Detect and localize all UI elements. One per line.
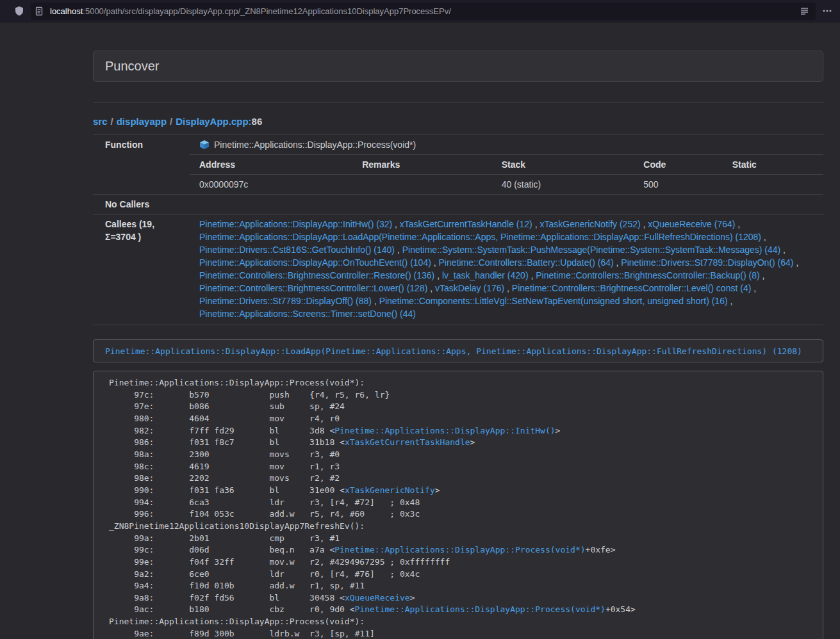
callee-link[interactable]: vTaskDelay (176) [435, 283, 504, 293]
breadcrumb-separator: / [111, 116, 113, 127]
callee-link[interactable]: xTaskGenericNotify (252) [539, 219, 640, 229]
function-table: Function Pinetime::Applications::Display… [93, 134, 823, 325]
callees-label: Callees (19, Σ=3704 ) [93, 214, 190, 325]
callee-link[interactable]: Pinetime::Controllers::BrightnessControl… [199, 283, 427, 293]
callee-link[interactable]: Pinetime::Applications::Screens::Timer::… [199, 309, 416, 319]
static-value [723, 175, 823, 195]
column-header-address: Address [190, 155, 352, 175]
breadcrumb-link-file[interactable]: DisplayApp.cpp: [176, 116, 251, 127]
code-symbol-link[interactable]: xQueueReceive [345, 593, 410, 603]
callee-link[interactable]: Pinetime::Controllers::Battery::Update()… [439, 257, 614, 268]
page-actions-menu-icon[interactable] [819, 6, 835, 16]
address-value: 0x0000097c [190, 175, 352, 195]
code-symbol-link[interactable]: xTaskGenericNotify [345, 485, 435, 495]
url-host: localhost [50, 6, 83, 16]
app-header: Puncover [93, 51, 823, 82]
selected-symbol-box: Pinetime::Applications::DisplayApp::Load… [93, 339, 823, 362]
callee-link[interactable]: Pinetime::Components::LittleVgl::SetNewT… [379, 296, 728, 306]
callee-link[interactable]: Pinetime::Controllers::BrightnessControl… [536, 270, 759, 280]
no-callers-label: No Callers [93, 195, 190, 214]
selected-symbol-link[interactable]: Pinetime::Applications::DisplayApp::Load… [105, 346, 802, 356]
symbol-line: Pinetime::Applications::DisplayApp::Proc… [190, 135, 823, 154]
callee-link[interactable]: Pinetime::System::SystemTask::PushMessag… [402, 245, 781, 255]
divider [93, 102, 823, 102]
detail-header-row: Address Remarks Stack Code Static [190, 155, 823, 175]
breadcrumb: src/displayapp/DisplayApp.cpp:86 [93, 115, 823, 128]
detail-value-row: 0x0000097c 40 (static) 500 [190, 175, 823, 195]
callee-link[interactable]: Pinetime::Applications::DisplayApp::OnTo… [199, 257, 431, 268]
callee-link[interactable]: Pinetime::Drivers::St7789::DisplayOff() … [199, 296, 372, 306]
column-header-code: Code [634, 155, 722, 175]
disassembly-code: Pinetime::Applications::DisplayApp::Proc… [93, 371, 823, 639]
callee-link[interactable]: xTaskGetCurrentTaskHandle (12) [400, 219, 532, 229]
url-text[interactable]: localhost:5000/path/src/displayapp/Displ… [50, 6, 800, 16]
code-value: 500 [634, 175, 722, 195]
callee-link[interactable]: Pinetime::Drivers::Cst816S::GetTouchInfo… [199, 245, 395, 255]
remarks-value [352, 175, 492, 195]
function-row: Function Pinetime::Applications::Display… [93, 135, 823, 195]
url-path: :5000/path/src/displayapp/DisplayApp.cpp… [83, 6, 451, 16]
breadcrumb-link-src[interactable]: src [93, 116, 108, 127]
breadcrumb-link-displayapp[interactable]: displayapp [117, 116, 167, 127]
code-symbol-link[interactable]: Pinetime::Applications::DisplayApp::Init… [334, 426, 555, 435]
code-symbol-link[interactable]: Pinetime::Applications::DisplayApp::Proc… [334, 545, 585, 554]
callee-link[interactable]: Pinetime::Drivers::St7789::DisplayOn() (… [621, 257, 793, 268]
tracking-protection-shield-icon[interactable] [14, 6, 24, 16]
function-detail-table: Address Remarks Stack Code Static 0x0000… [190, 154, 823, 194]
callee-link[interactable]: lv_task_handler (420) [442, 270, 529, 280]
no-callers-row: No Callers [93, 195, 823, 214]
code-symbol-link[interactable]: Pinetime::Applications::DisplayApp::Proc… [355, 604, 605, 614]
stack-value: 40 (static) [492, 175, 634, 195]
callee-link[interactable]: xQueueReceive (764) [648, 219, 735, 229]
symbol-name: Pinetime::Applications::DisplayApp::Proc… [214, 138, 416, 151]
page-info-icon[interactable] [35, 6, 44, 16]
breadcrumb-line-number: 86 [252, 116, 263, 127]
breadcrumb-separator: / [170, 116, 172, 127]
function-icon [199, 140, 210, 150]
url-bar[interactable]: localhost:5000/path/src/displayapp/Displ… [31, 3, 816, 20]
callee-link[interactable]: Pinetime::Controllers::BrightnessControl… [512, 283, 751, 293]
column-header-static: Static [723, 155, 823, 175]
callees-row: Callees (19, Σ=3704 ) Pinetime::Applicat… [93, 214, 823, 325]
function-row-label: Function [93, 135, 190, 195]
app-title: Puncover [105, 59, 160, 74]
column-header-stack: Stack [492, 155, 634, 175]
callee-link[interactable]: Pinetime::Applications::DisplayApp::Init… [199, 219, 392, 229]
reader-view-icon[interactable] [800, 6, 809, 16]
callee-link[interactable]: Pinetime::Applications::DisplayApp::Load… [199, 232, 761, 242]
column-header-remarks: Remarks [352, 155, 492, 175]
callees-list: Pinetime::Applications::DisplayApp::Init… [190, 214, 823, 325]
code-symbol-link[interactable]: xTaskGetCurrentTaskHandle [345, 437, 470, 447]
page-content: Puncover src/displayapp/DisplayApp.cpp:8… [93, 22, 823, 639]
browser-toolbar: localhost:5000/path/src/displayapp/Displ… [0, 0, 840, 22]
callee-link[interactable]: Pinetime::Controllers::BrightnessControl… [199, 270, 434, 280]
